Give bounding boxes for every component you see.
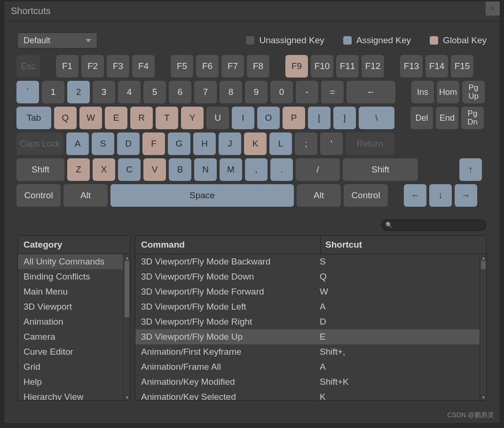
key-space[interactable]: Space — [110, 184, 294, 207]
key-o[interactable]: O — [257, 107, 280, 129]
key-m[interactable]: M — [220, 158, 242, 181]
key-g[interactable]: G — [168, 132, 190, 155]
category-scrollbar[interactable]: ▴ ▾ — [123, 254, 130, 400]
category-item[interactable]: 3D Viewport — [18, 299, 123, 314]
key-f1[interactable]: F1 — [56, 55, 79, 78]
command-row[interactable]: Animation/Key SelectedK — [135, 389, 480, 400]
key-8[interactable]: 8 — [220, 81, 242, 103]
key-equals[interactable]: = — [321, 81, 344, 103]
key-comma[interactable]: , — [245, 158, 268, 181]
category-item[interactable]: All Unity Commands — [18, 254, 123, 269]
key-l[interactable]: L — [269, 132, 292, 155]
key-r[interactable]: R — [130, 107, 153, 129]
command-row[interactable]: Animation/Frame AllA — [135, 359, 480, 374]
key-alt-right[interactable]: Alt — [297, 184, 341, 207]
command-row[interactable]: 3D Viewport/Fly Mode BackwardS — [135, 254, 480, 269]
key-f13[interactable]: F13 — [400, 55, 423, 78]
key-d[interactable]: D — [117, 132, 140, 155]
key-end[interactable]: End — [436, 107, 458, 129]
key-i[interactable]: I — [232, 107, 254, 129]
key-5[interactable]: 5 — [143, 81, 166, 103]
key-f4[interactable]: F4 — [132, 55, 155, 78]
key-e[interactable]: E — [105, 107, 127, 129]
command-list[interactable]: 3D Viewport/Fly Mode BackwardS3D Viewpor… — [135, 254, 480, 400]
command-row[interactable]: 3D Viewport/Fly Mode RightD — [135, 314, 480, 329]
category-item[interactable]: Help — [18, 374, 123, 389]
key-2[interactable]: 2 — [67, 81, 90, 103]
key-slash[interactable]: / — [296, 158, 340, 181]
key-tab[interactable]: Tab — [16, 107, 51, 129]
key-backtick[interactable]: ` — [16, 81, 39, 103]
key-caps[interactable]: Caps Lock — [16, 132, 63, 155]
command-row[interactable]: Animation/Key ModifiedShift+K — [135, 374, 480, 389]
key-f5[interactable]: F5 — [171, 55, 193, 78]
scroll-down-icon[interactable]: ▾ — [124, 394, 130, 400]
category-item[interactable]: Camera — [18, 329, 123, 344]
category-item[interactable]: Hierarchy View — [18, 389, 123, 400]
key-f6[interactable]: F6 — [196, 55, 219, 78]
key-down[interactable]: ↓ — [429, 184, 452, 207]
key-f14[interactable]: F14 — [425, 55, 448, 78]
key-f[interactable]: F — [142, 132, 165, 155]
key-right[interactable]: → — [455, 184, 477, 207]
key-c[interactable]: C — [118, 158, 141, 181]
key-3[interactable]: 3 — [93, 81, 115, 103]
command-row[interactable]: 3D Viewport/Fly Mode UpE — [135, 329, 480, 344]
key-alt-left[interactable]: Alt — [63, 184, 108, 207]
key-q[interactable]: Q — [54, 107, 77, 129]
search-input[interactable]: 🔍 — [381, 219, 487, 231]
command-row[interactable]: 3D Viewport/Fly Mode ForwardW — [135, 284, 480, 299]
key-del[interactable]: Del — [410, 107, 433, 129]
key-ins[interactable]: Ins — [411, 81, 434, 103]
key-f11[interactable]: F11 — [336, 55, 359, 78]
key-z[interactable]: Z — [67, 158, 90, 181]
scroll-thumb[interactable] — [481, 261, 486, 269]
key-4[interactable]: 4 — [118, 81, 141, 103]
category-item[interactable]: Curve Editor — [18, 344, 123, 359]
category-item[interactable]: Animation — [18, 314, 123, 329]
category-item[interactable]: Main Menu — [18, 284, 123, 299]
close-button[interactable]: × — [486, 1, 500, 16]
key-control-left[interactable]: Control — [16, 184, 61, 207]
key-shift-left[interactable]: Shift — [16, 158, 64, 181]
key-k[interactable]: K — [244, 132, 267, 155]
key-up[interactable]: ↑ — [459, 158, 482, 181]
category-item[interactable]: Grid — [18, 359, 123, 374]
key-period[interactable]: . — [270, 158, 293, 181]
key-f8[interactable]: F8 — [247, 55, 269, 78]
key-t[interactable]: T — [156, 107, 178, 129]
key-backslash[interactable]: \ — [359, 107, 394, 129]
key-f7[interactable]: F7 — [221, 55, 244, 78]
key-f15[interactable]: F15 — [451, 55, 473, 78]
key-1[interactable]: 1 — [42, 81, 64, 103]
key-0[interactable]: 0 — [270, 81, 293, 103]
key-p[interactable]: P — [283, 107, 305, 129]
key-lbracket[interactable]: [ — [308, 107, 331, 129]
key-w[interactable]: W — [79, 107, 102, 129]
profile-dropdown[interactable]: Default — [17, 32, 97, 48]
command-row[interactable]: 3D Viewport/Fly Mode LeftA — [135, 299, 480, 314]
key-shift-right[interactable]: Shift — [343, 158, 418, 181]
category-item[interactable]: Binding Conflicts — [18, 269, 123, 284]
key-6[interactable]: 6 — [169, 81, 191, 103]
command-row[interactable]: Animation/First KeyframeShift+, — [135, 344, 480, 359]
key-b[interactable]: B — [169, 158, 191, 181]
key-x[interactable]: X — [93, 158, 115, 181]
key-s[interactable]: S — [92, 132, 114, 155]
key-f10[interactable]: F10 — [311, 55, 333, 78]
category-list[interactable]: All Unity CommandsBinding ConflictsMain … — [18, 254, 123, 400]
key-f2[interactable]: F2 — [81, 55, 104, 78]
key-u[interactable]: U — [206, 107, 229, 129]
key-f3[interactable]: F3 — [107, 55, 129, 78]
key-f12[interactable]: F12 — [362, 55, 384, 78]
scroll-down-icon[interactable]: ▾ — [480, 394, 486, 400]
scroll-up-icon[interactable]: ▴ — [124, 254, 130, 261]
key-f9[interactable]: F9 — [285, 55, 308, 78]
key-7[interactable]: 7 — [194, 81, 217, 103]
key-pgup[interactable]: Pg Up — [462, 81, 485, 103]
key-quote[interactable]: ' — [320, 132, 343, 155]
key-v[interactable]: V — [143, 158, 166, 181]
key-9[interactable]: 9 — [245, 81, 268, 103]
key-rbracket[interactable]: ] — [333, 107, 356, 129]
key-backspace[interactable]: ← — [346, 81, 395, 103]
